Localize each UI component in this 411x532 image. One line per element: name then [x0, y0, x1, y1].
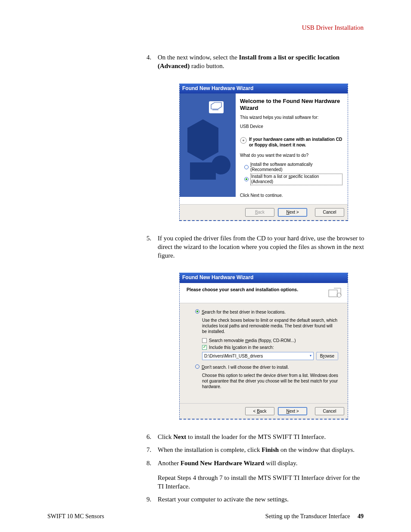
step4-text-a: On the next window, select the — [158, 54, 239, 61]
step-9: Restart your computer to activate the ne… — [146, 495, 366, 504]
page-footer: SWIFT 10 MC Sensors Setting up the Trans… — [47, 513, 364, 520]
wizard1-cancel-button[interactable]: Cancel — [315, 208, 344, 217]
radio-selected-icon — [195, 309, 199, 314]
wizard2-path-combobox[interactable]: D:\Drivers\MiniTI_USB_drivers ▾ — [202, 352, 314, 360]
wizard-screenshot-2: Found New Hardware Wizard Please choose … — [179, 273, 348, 420]
footer-right: Setting up the Transducer Interface — [265, 513, 350, 520]
svg-point-2 — [212, 156, 230, 174]
wizard2-radio-search[interactable]: Search for the best driver in these loca… — [195, 309, 338, 315]
checkbox-checked-icon: ✓ — [202, 345, 207, 350]
step8-c: will display. — [265, 460, 298, 467]
wizard2-search-desc: Use the check boxes below to limit or ex… — [202, 317, 338, 334]
wizard2-dontsearch-desc: Choose this option to select the device … — [202, 373, 338, 389]
footer-left: SWIFT 10 MC Sensors — [47, 513, 104, 520]
instruction-list: On the next window, select the Install f… — [146, 53, 366, 504]
wizard2-titlebar: Found New Hardware Wizard — [180, 273, 348, 283]
wizard2-cancel-button[interactable]: Cancel — [315, 407, 344, 416]
wizard1-cd-hint: If your hardware came with an installati… — [249, 137, 342, 148]
wizard1-heading: Welcome to the Found New Hardware Wizard — [240, 98, 342, 112]
wizard2-path-value: D:\Drivers\MiniTI_USB_drivers — [204, 353, 263, 359]
wizard2-next-button[interactable]: Next > — [278, 407, 307, 416]
svg-rect-5 — [329, 290, 337, 297]
step7-c: on the window that displays. — [279, 446, 355, 453]
step5-text: If you copied the driver files from the … — [158, 235, 364, 259]
step6-c: to install the loader for the MTS SWIFT … — [186, 433, 326, 440]
wizard1-clicknext: Click Next to continue. — [240, 193, 342, 199]
step7-a: When the installation is complete, click — [158, 446, 262, 453]
wizard1-next-button[interactable]: Next > — [278, 208, 307, 217]
step4-bold-2: (Advanced) — [158, 62, 190, 69]
step8-b: Found New Hardware Wizard — [181, 460, 265, 467]
wizard2-radio-dontsearch-label: Don't search. I will choose the driver t… — [202, 364, 289, 370]
wizard1-helps-text: This wizard helps you install software f… — [240, 115, 342, 121]
step8-a: Another — [158, 460, 181, 467]
wizard2-chk-removable[interactable]: Search removable media (floppy, CD-ROM..… — [202, 338, 338, 343]
svg-point-4 — [243, 140, 244, 141]
step6-b: Next — [173, 433, 186, 440]
wizard1-device-name: USB Device — [240, 124, 342, 130]
step-6: Click Next to install the loader for the… — [146, 432, 366, 441]
step-7: When the installation is complete, click… — [146, 445, 366, 454]
checkbox-unchecked-icon — [202, 338, 207, 343]
wizard2-radio-search-label: Search for the best driver in these loca… — [202, 309, 286, 315]
wizard2-chk-include[interactable]: ✓ Include this location in the search: — [202, 345, 338, 350]
wizard1-sidebar-graphic — [180, 93, 236, 197]
radio-selected-icon — [244, 177, 249, 181]
radio-icon — [195, 364, 199, 369]
wizard2-back-button[interactable]: < Back — [245, 407, 274, 416]
wizard2-radio-dontsearch[interactable]: Don't search. I will choose the driver t… — [195, 364, 338, 370]
dropdown-icon: ▾ — [310, 354, 311, 358]
footer-right-wrap: Setting up the Transducer Interface 49 — [265, 513, 364, 520]
step7-b: Finish — [262, 446, 279, 453]
wizard-screenshot-1: Found New Hardware Wizard — [179, 84, 348, 221]
wizard1-radio-specific-label: Install from a list or specific location… — [250, 174, 342, 185]
wizard2-browse-button[interactable]: Browse — [316, 352, 338, 360]
step-5: If you copied the driver files from the … — [146, 234, 366, 420]
wizard1-titlebar: Found New Hardware Wizard — [180, 84, 348, 93]
radio-icon — [244, 165, 249, 169]
wizard2-chk-include-label: Include this location in the search: — [209, 345, 274, 350]
step-8: Another Found New Hardware Wizard will d… — [146, 459, 366, 491]
step4-bold-1: Install from a list or specific location — [239, 54, 340, 61]
step-4: On the next window, select the Install f… — [146, 53, 366, 221]
wizard1-back-button[interactable]: Back — [245, 208, 274, 217]
wizard1-question: What do you want the wizard to do? — [240, 153, 342, 159]
cd-icon — [240, 137, 247, 144]
wizard2-chk-removable-label: Search removable media (floppy, CD-ROM..… — [209, 338, 296, 343]
step6-a: Click — [158, 433, 173, 440]
main-content: On the next window, select the Install f… — [146, 53, 366, 504]
wizard1-radio-specific[interactable]: Install from a list or specific location… — [240, 174, 342, 185]
step4-text-c: radio button. — [190, 62, 224, 69]
page-header: USB Driver Installation — [47, 24, 364, 31]
wizard1-radio-auto[interactable]: Install the software automatically (Reco… — [240, 162, 342, 173]
wizard2-heading: Please choose your search and installati… — [187, 286, 298, 292]
page-number: 49 — [358, 513, 364, 520]
wizard1-radio-auto-label: Install the software automatically (Reco… — [250, 162, 342, 173]
device-icon — [328, 286, 343, 299]
step9-text: Restart your computer to activate the ne… — [158, 496, 289, 503]
step8-repeat: Repeat Steps 4 through 7 to install the … — [158, 474, 360, 490]
